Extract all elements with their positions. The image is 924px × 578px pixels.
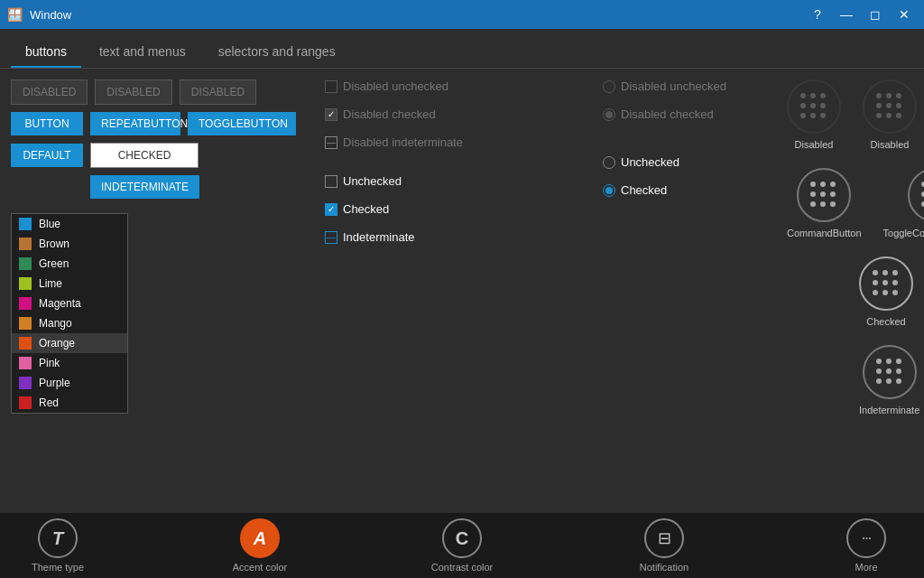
checkbox-indeterminate[interactable]: — — [325, 231, 337, 244]
button-btn[interactable]: BUTTON — [11, 112, 83, 135]
dot — [873, 270, 878, 275]
bottom-contrast-color[interactable]: C Contrast color — [426, 518, 498, 573]
tab-selectors[interactable]: selectors and ranges — [204, 37, 350, 68]
color-swatch-brown — [19, 238, 32, 250]
color-swatch-blue — [19, 218, 32, 230]
color-item-blue[interactable]: Blue — [12, 214, 127, 234]
color-item-orange[interactable]: Orange — [12, 333, 127, 353]
tab-text-menus[interactable]: text and menus — [85, 37, 200, 68]
indeterminate-icon-active: — — [327, 233, 336, 242]
radio-unchecked-row[interactable]: Unchecked — [603, 155, 769, 169]
default-btn[interactable]: DEFAULT — [11, 144, 83, 167]
checked-cmd-circle[interactable] — [859, 256, 913, 311]
theme-type-circle[interactable]: T — [38, 518, 78, 558]
dot — [896, 93, 901, 98]
color-list-scroll[interactable]: BlueBrownGreenLimeMagentaMangoOrangePink… — [12, 214, 127, 413]
indeterminate-row: INDETERMINATE — [11, 175, 296, 199]
dot — [820, 191, 826, 197]
radio-checked[interactable] — [603, 184, 615, 197]
dot — [892, 290, 898, 295]
dot — [876, 103, 882, 108]
dot — [882, 270, 888, 275]
radio-panel: Disabled unchecked Disabled checked Unch… — [596, 69, 776, 513]
checked-btn[interactable]: CHECKED — [90, 143, 199, 168]
command-button-circle[interactable] — [797, 168, 851, 222]
bottom-bar: T Theme type A Accent color C Contrast c… — [0, 513, 924, 578]
color-item-purple[interactable]: Purple — [12, 373, 127, 393]
command-button-item[interactable]: CommandButton — [787, 168, 862, 238]
dot — [886, 93, 892, 98]
color-item-green[interactable]: Green — [12, 254, 127, 274]
toggle-command-button-item[interactable]: ToggleCommandButton — [883, 168, 924, 238]
dot — [800, 103, 806, 108]
unchecked-row[interactable]: Unchecked — [325, 174, 578, 188]
notification-icon: ⊟ — [658, 528, 671, 548]
title-bar-title: Window — [30, 8, 71, 22]
dots-grid-1 — [800, 93, 827, 120]
dot — [810, 93, 816, 98]
checked-row: DEFAULT CHECKED — [11, 143, 296, 168]
color-name-pink: Pink — [39, 357, 60, 369]
color-swatch-mango — [19, 317, 32, 330]
help-button[interactable]: ? — [805, 5, 830, 23]
dot — [876, 113, 882, 118]
disabled-indeterminate-row: — Disabled indeterminate — [325, 135, 578, 149]
disabled-unchecked-row: Disabled unchecked — [325, 79, 578, 93]
notification-circle[interactable]: ⊟ — [644, 518, 684, 558]
color-swatch-red — [19, 396, 32, 409]
checkbox-checked[interactable]: ✓ — [325, 203, 337, 216]
contrast-color-circle[interactable]: C — [442, 518, 482, 558]
tab-buttons[interactable]: buttons — [11, 37, 81, 68]
checkbox-disabled-indeterminate: — — [325, 136, 337, 149]
indeterminate-cmd-circle[interactable] — [863, 345, 917, 399]
color-item-magenta[interactable]: Magenta — [12, 294, 127, 313]
restore-button[interactable]: ◻ — [863, 5, 888, 23]
more-icon: ··· — [862, 530, 871, 546]
color-item-brown[interactable]: Brown — [12, 234, 127, 254]
dot — [876, 378, 882, 384]
color-name-orange: Orange — [39, 337, 75, 350]
checked-cmd-item[interactable]: Checked — [859, 256, 913, 327]
check-icon-active: ✓ — [328, 205, 335, 214]
more-label: More — [855, 562, 877, 573]
color-item-red[interactable]: Red — [12, 393, 127, 413]
color-item-mango[interactable]: Mango — [12, 313, 127, 333]
theme-type-label: Theme type — [32, 562, 84, 573]
middle-panel: Disabled unchecked ✓ Disabled checked — … — [307, 69, 596, 513]
dot — [882, 290, 888, 295]
radio-disabled-unchecked — [603, 80, 615, 93]
indeterminate-row[interactable]: — Indeterminate — [325, 230, 578, 244]
dot — [810, 182, 816, 187]
indeterminate-dots — [876, 359, 903, 386]
bottom-more[interactable]: ··· More — [830, 518, 902, 573]
checked-label: Checked — [343, 202, 389, 216]
minimize-button[interactable]: — — [834, 5, 859, 23]
command-dots — [810, 182, 837, 209]
togglebutton-btn[interactable]: TOGGLEBUTTON — [188, 112, 296, 135]
radio-unchecked[interactable] — [603, 156, 615, 169]
dot — [820, 113, 826, 118]
checkbox-unchecked[interactable] — [325, 175, 337, 188]
indeterminate-cmd-item[interactable]: Indeterminate — [859, 345, 919, 415]
accent-color-circle[interactable]: A — [240, 518, 280, 558]
checked-row[interactable]: ✓ Checked — [325, 202, 578, 216]
repeatbutton-btn[interactable]: REPEATBUTTON — [90, 112, 180, 135]
dot — [876, 368, 882, 374]
more-circle[interactable]: ··· — [846, 518, 886, 558]
indeterminate-btn[interactable]: INDETERMINATE — [90, 175, 199, 199]
bottom-notification[interactable]: ⊟ Notification — [628, 518, 700, 573]
cmd-checked-row: Checked — [859, 256, 924, 327]
bottom-accent-color[interactable]: A Accent color — [224, 518, 296, 573]
theme-type-icon: T — [52, 528, 63, 549]
close-button[interactable]: ✕ — [892, 5, 917, 23]
color-item-lime[interactable]: Lime — [12, 274, 127, 294]
toggle-command-button-circle[interactable] — [908, 168, 924, 222]
left-panel: DISABLED DISABLED DISABLED BUTTON REPEAT… — [0, 69, 307, 513]
bottom-theme-type[interactable]: T Theme type — [22, 518, 94, 573]
color-item-pink[interactable]: Pink — [12, 353, 127, 373]
radio-disabled-unchecked-row: Disabled unchecked — [603, 79, 769, 93]
dot — [820, 182, 826, 187]
disabled-buttons-row: DISABLED DISABLED DISABLED — [11, 79, 296, 105]
disabled-indeterminate-label: Disabled indeterminate — [343, 135, 463, 149]
radio-checked-row[interactable]: Checked — [603, 183, 769, 197]
